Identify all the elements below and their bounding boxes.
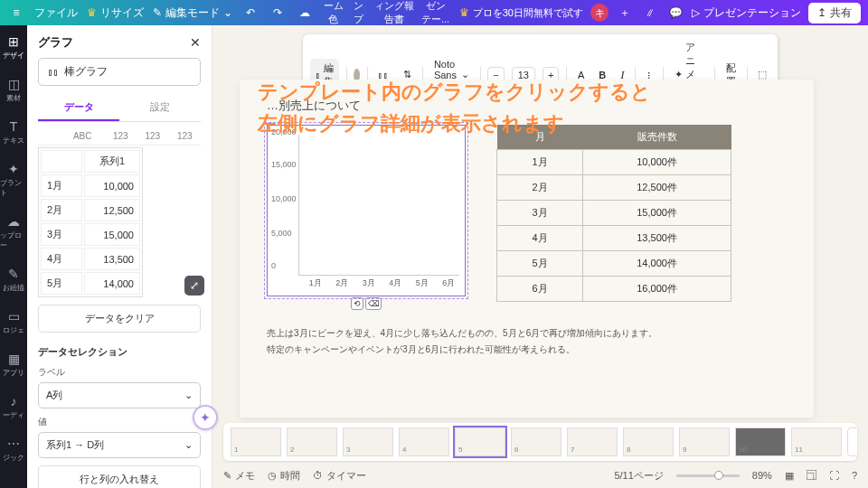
plus-icon[interactable]: ＋ xyxy=(616,4,634,22)
thumbnail-3[interactable]: 3 xyxy=(343,427,393,456)
data-row[interactable]: 1月10,000 xyxy=(41,174,140,197)
slide-bullets[interactable]: 売上は3月にピークを迎え、4月に少し落ち込んだものの、5月と6月で再び増加傾向に… xyxy=(267,325,787,358)
ai-assist-button[interactable]: ✦ xyxy=(193,405,218,430)
cell-value[interactable]: 10,000 xyxy=(84,174,140,197)
hamburger-icon[interactable]: ≡ xyxy=(7,4,25,22)
notes-button[interactable]: ✎メモ xyxy=(223,469,255,483)
file-menu[interactable]: ファイル xyxy=(34,5,78,21)
ytick: 15,000 xyxy=(271,160,297,169)
add-slide-button[interactable]: + xyxy=(847,427,857,456)
user-avatar[interactable]: キ xyxy=(590,4,609,22)
thumbnail-4[interactable]: 4 xyxy=(399,427,449,456)
duration-button[interactable]: ◷時間 xyxy=(268,469,300,483)
nav-item-5[interactable]: ✎お絵描 xyxy=(0,263,27,296)
nav-item-7[interactable]: ▦アプリ xyxy=(0,348,27,381)
data-row[interactable]: 5月14,000 xyxy=(41,272,140,295)
zoom-value[interactable]: 89% xyxy=(752,470,772,481)
thumbnail-9[interactable]: 9 xyxy=(679,427,730,456)
data-selection-heading: データセレクション xyxy=(38,345,201,359)
nav-icon: ⊞ xyxy=(8,34,19,49)
cell-value[interactable]: 15,000 xyxy=(84,223,140,246)
thumbnail-5[interactable]: 5 xyxy=(455,427,505,456)
col-123-b[interactable]: 123 xyxy=(137,127,168,145)
nav-icon: ⋯ xyxy=(7,436,20,451)
help-icon[interactable]: ? xyxy=(852,470,857,481)
nav-item-8[interactable]: ♪ーディ xyxy=(0,390,27,424)
close-icon[interactable]: ✕ xyxy=(190,35,201,50)
table-row[interactable]: 1月10,000件 xyxy=(497,150,731,175)
data-row[interactable]: 4月13,500 xyxy=(41,248,140,270)
thumbnail-6[interactable]: 6 xyxy=(511,427,561,456)
tab-data[interactable]: データ xyxy=(38,95,119,121)
thumbnail-7[interactable]: 7 xyxy=(567,427,618,456)
data-row[interactable]: 2月12,500 xyxy=(41,199,140,221)
table-row[interactable]: 5月14,000件 xyxy=(497,251,731,277)
thumbnail-2[interactable]: 2 xyxy=(287,427,337,456)
label-column-select[interactable]: A列⌄ xyxy=(38,382,201,408)
redo-icon[interactable]: ↷ xyxy=(269,4,287,22)
nav-item-1[interactable]: ◫素材 xyxy=(0,73,27,107)
cell-month[interactable]: 5月 xyxy=(41,272,82,295)
swap-rows-cols-button[interactable]: 行と列の入れ替え xyxy=(38,465,201,488)
nav-item-3[interactable]: ✦ブラント xyxy=(0,158,27,202)
resize-menu[interactable]: ♛リサイズ xyxy=(87,5,144,21)
zoom-knob[interactable] xyxy=(714,471,723,480)
grid-view-icon[interactable]: ▦ xyxy=(785,470,794,482)
bar-chart-element[interactable]: 20,000 15,000 10,000 5,000 0 1月2月3月4月5月6… xyxy=(267,125,466,296)
nav-icon: ▦ xyxy=(8,352,20,366)
fullscreen-icon[interactable]: ⛶ xyxy=(829,470,839,481)
rotate-handle[interactable]: ⟲ xyxy=(351,297,363,310)
table-row[interactable]: 2月12,500件 xyxy=(497,175,731,201)
nav-item-6[interactable]: ▭ロジェ xyxy=(0,305,27,339)
col-123-c[interactable]: 123 xyxy=(169,127,201,145)
cell-month[interactable]: 2月 xyxy=(41,199,82,221)
cloud-sync-icon[interactable]: ☁ xyxy=(296,4,314,22)
trial-button[interactable]: ♛プロを30日間無料で試す xyxy=(459,6,583,20)
nav-item-9[interactable]: ⋯ジック xyxy=(0,433,27,466)
undo-icon[interactable]: ↶ xyxy=(241,4,259,22)
sales-table[interactable]: 月販売件数 1月10,000件2月12,500件3月15,000件4月13,50… xyxy=(496,125,731,302)
filmstrip-icon[interactable]: ⿹ xyxy=(807,470,816,481)
tab-settings[interactable]: 設定 xyxy=(119,95,201,121)
value-column-select[interactable]: 系列1 → D列⌄ xyxy=(38,432,201,458)
slide-canvas[interactable]: …別売上について 20,000 15,000 10,000 5,000 0 1月… xyxy=(240,80,814,418)
analytics-icon[interactable]: ⫽ xyxy=(641,4,659,22)
cell-value[interactable]: 13,500 xyxy=(84,248,140,270)
delete-handle[interactable]: ⌫ xyxy=(365,297,382,310)
comment-icon[interactable]: 💬 xyxy=(666,4,684,22)
thumbnail-1[interactable]: 1 xyxy=(231,427,281,456)
nav-item-0[interactable]: ⊞デザイ xyxy=(0,31,27,64)
cell-value[interactable]: 12,500 xyxy=(84,199,140,221)
clear-data-button[interactable]: データをクリア xyxy=(38,305,201,333)
nav-item-4[interactable]: ☁ップロー xyxy=(0,211,27,254)
page-indicator[interactable]: 5/11ページ xyxy=(614,469,663,483)
thumb-number: 4 xyxy=(402,446,406,454)
col-abc[interactable]: ABC xyxy=(61,127,105,145)
resize-label: リサイズ xyxy=(100,5,144,21)
thumbnail-11[interactable]: 11 xyxy=(791,427,842,456)
nav-item-2[interactable]: Tテキス xyxy=(0,116,27,149)
editmode-menu[interactable]: ✎編集モード⌄ xyxy=(153,5,232,21)
cell-month[interactable]: 3月 xyxy=(41,223,82,246)
expand-table-button[interactable]: ⤢ xyxy=(184,276,204,296)
label-field-label: ラベル xyxy=(38,366,201,379)
series-header[interactable]: 系列1 xyxy=(84,150,140,173)
present-button[interactable]: ▷プレゼンテーション xyxy=(692,5,801,21)
zoom-slider[interactable] xyxy=(676,474,740,477)
cell-value[interactable]: 14,000 xyxy=(84,272,140,295)
cell-month[interactable]: 4月 xyxy=(41,248,82,270)
cell-month[interactable]: 1月 xyxy=(41,174,82,197)
data-row[interactable]: 3月15,000 xyxy=(41,223,140,246)
data-table[interactable]: 系列1 1月10,0002月12,5003月15,0004月13,5005月14… xyxy=(38,147,143,297)
table-row[interactable]: 6月16,000件 xyxy=(497,277,731,302)
table-row[interactable]: 3月15,000件 xyxy=(497,201,731,226)
table-row[interactable]: 4月13,500件 xyxy=(497,226,731,251)
thumbnail-10[interactable]: 10 xyxy=(735,427,786,456)
timer-button[interactable]: ⏱タイマー xyxy=(313,469,366,483)
col-123-a[interactable]: 123 xyxy=(105,127,137,145)
slide-title[interactable]: …別売上について xyxy=(267,98,787,114)
thumbnail-8[interactable]: 8 xyxy=(623,427,674,456)
cell-month: 5月 xyxy=(497,251,583,277)
chart-type-selector[interactable]: ⫾⫾ 棒グラフ xyxy=(38,58,201,86)
share-button[interactable]: ↥共有 xyxy=(808,3,861,23)
